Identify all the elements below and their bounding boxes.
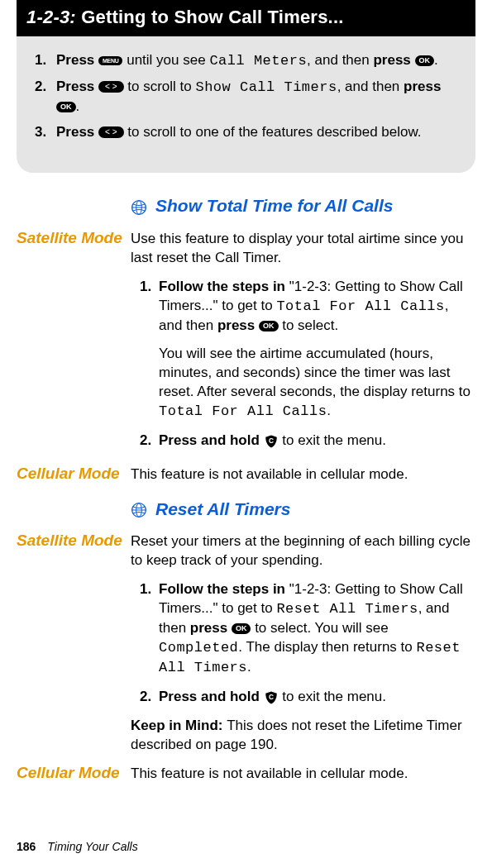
paragraph: This feature is not available in cellula… bbox=[131, 465, 475, 484]
lcd-text: Total For All Calls bbox=[159, 403, 327, 419]
row: Show Total Time for All Calls bbox=[17, 194, 475, 224]
keep-in-mind: Keep in Mind: This does not reset the Li… bbox=[131, 717, 475, 755]
ok-key-icon: OK bbox=[415, 55, 435, 66]
paragraph: Use this feature to display your total a… bbox=[131, 230, 475, 268]
text: Follow the steps in bbox=[159, 581, 289, 597]
side-gutter bbox=[17, 498, 131, 527]
mode-label: Satellite Mode bbox=[17, 230, 126, 246]
instruction-box: 1-2-3: Getting to Show Call Timers... 1.… bbox=[17, 0, 475, 173]
step-number: 3. bbox=[35, 123, 56, 142]
side-gutter bbox=[17, 194, 131, 224]
text: to select. You will see bbox=[251, 620, 388, 636]
box-step: 2. Press < > to scroll to Show Call Time… bbox=[35, 78, 457, 117]
step-text: Press MENU until you see Call Meters, an… bbox=[56, 51, 457, 71]
numbered-list: Follow the steps in "1-2-3: Getting to S… bbox=[131, 580, 475, 707]
ok-key-icon: OK bbox=[232, 623, 251, 634]
mode-label: Cellular Mode bbox=[17, 765, 126, 781]
page-content: Show Total Time for All Calls Satellite … bbox=[0, 173, 492, 783]
side-gutter: Satellite Mode bbox=[17, 230, 131, 460]
svg-text:C: C bbox=[269, 693, 274, 700]
menu-key-icon: MENU bbox=[98, 56, 122, 65]
step-number: 2. bbox=[35, 78, 56, 117]
main-col: Reset your timers at the beginning of ea… bbox=[131, 532, 475, 754]
main-col: Show Total Time for All Calls bbox=[131, 194, 475, 224]
text: . bbox=[76, 98, 80, 114]
text: to scroll to bbox=[124, 79, 196, 94]
lcd-text: Show Call Timers bbox=[195, 79, 337, 95]
row: Satellite Mode Use this feature to displ… bbox=[17, 230, 475, 460]
text: to exit the menu. bbox=[279, 432, 386, 448]
text: to select. bbox=[279, 317, 339, 333]
box-step: 1. Press MENU until you see Call Meters,… bbox=[35, 51, 457, 71]
text: Keep in Mind: bbox=[131, 718, 227, 733]
mode-label: Satellite Mode bbox=[17, 532, 126, 549]
row: Satellite Mode Reset your timers at the … bbox=[17, 532, 475, 754]
c-key-icon: C bbox=[264, 434, 279, 449]
row: Cellular Mode This feature is not availa… bbox=[17, 765, 475, 784]
step-text: Press < > to scroll to one of the featur… bbox=[56, 123, 457, 142]
row: Reset All Timers bbox=[17, 498, 475, 527]
page-footer: 186Timing Your Calls bbox=[17, 839, 138, 855]
text: press bbox=[217, 317, 259, 333]
text: press bbox=[404, 79, 441, 94]
lcd-text: Total For All Calls bbox=[276, 298, 444, 314]
text: Follow the steps in bbox=[159, 279, 289, 294]
heading-text: Show Total Time for All Calls bbox=[155, 194, 393, 217]
lcd-text: Call Meters bbox=[209, 53, 307, 69]
main-col: Use this feature to display your total a… bbox=[131, 230, 475, 460]
main-col: This feature is not available in cellula… bbox=[131, 465, 475, 484]
text: to scroll to one of the features describ… bbox=[124, 124, 422, 140]
text: , and then bbox=[307, 52, 373, 68]
mode-label: Cellular Mode bbox=[17, 465, 126, 482]
globe-icon bbox=[131, 198, 147, 215]
globe-icon bbox=[131, 501, 147, 517]
paragraph: This feature is not available in cellula… bbox=[131, 765, 475, 784]
title-rest: Getting to Show Call Timers... bbox=[81, 7, 343, 27]
text: . bbox=[434, 52, 438, 68]
text: Press and hold bbox=[159, 432, 264, 448]
lcd-text: Reset All Timers bbox=[276, 601, 418, 617]
text: , and then bbox=[337, 79, 404, 94]
lcd-text: Completed bbox=[159, 640, 238, 656]
text: press bbox=[190, 620, 232, 636]
text: Press bbox=[56, 124, 98, 140]
text: Press bbox=[56, 52, 98, 68]
title-prefix: 1-2-3: bbox=[26, 7, 76, 27]
box-title: 1-2-3: Getting to Show Call Timers... bbox=[17, 0, 475, 36]
side-gutter: Cellular Mode bbox=[17, 765, 131, 784]
text: . bbox=[247, 659, 251, 675]
main-col: Reset All Timers bbox=[131, 498, 475, 527]
text: Press bbox=[56, 79, 98, 94]
step-text: Press < > to scroll to Show Call Timers,… bbox=[56, 78, 457, 117]
ok-key-icon: OK bbox=[56, 102, 76, 112]
section-heading: Show Total Time for All Calls bbox=[131, 194, 475, 217]
list-item: Press and hold C to exit the menu. bbox=[155, 432, 475, 451]
text: . bbox=[327, 403, 331, 418]
text: . The display then returns to bbox=[238, 639, 416, 655]
list-item: Press and hold C to exit the menu. bbox=[155, 688, 475, 707]
text: until you see bbox=[122, 52, 209, 68]
text: You will see the airtime accumulated (ho… bbox=[159, 346, 471, 399]
svg-text:C: C bbox=[269, 436, 274, 444]
paragraph: Reset your timers at the beginning of ea… bbox=[131, 532, 475, 570]
step-number: 1. bbox=[35, 51, 56, 71]
page-number: 186 bbox=[17, 840, 36, 853]
heading-text: Reset All Timers bbox=[155, 498, 290, 521]
section-name: Timing Your Calls bbox=[47, 840, 137, 853]
numbered-list: Follow the steps in "1-2-3: Getting to S… bbox=[131, 278, 475, 451]
text: Press and hold bbox=[159, 689, 264, 704]
side-gutter: Cellular Mode bbox=[17, 465, 131, 484]
box-step: 3. Press < > to scroll to one of the fea… bbox=[35, 123, 457, 142]
side-gutter: Satellite Mode bbox=[17, 532, 131, 754]
section-heading: Reset All Timers bbox=[131, 498, 475, 521]
row: Cellular Mode This feature is not availa… bbox=[17, 465, 475, 484]
scroll-key-icon: < > bbox=[98, 81, 123, 93]
text: press bbox=[373, 52, 414, 68]
scroll-key-icon: < > bbox=[98, 126, 123, 138]
box-steps: 1. Press MENU until you see Call Meters,… bbox=[17, 36, 475, 142]
main-col: This feature is not available in cellula… bbox=[131, 765, 475, 784]
c-key-icon: C bbox=[264, 690, 279, 705]
list-item: Follow the steps in "1-2-3: Getting to S… bbox=[155, 278, 475, 422]
list-item: Follow the steps in "1-2-3: Getting to S… bbox=[155, 580, 475, 678]
ok-key-icon: OK bbox=[259, 321, 279, 331]
